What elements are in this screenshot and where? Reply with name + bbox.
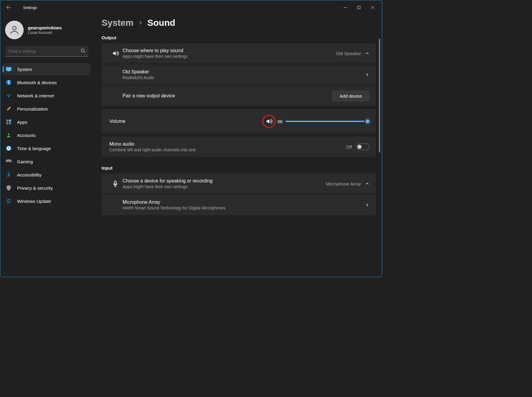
nav-apps[interactable]: Apps [3, 116, 91, 128]
clock-icon [6, 146, 12, 151]
output-choose-card[interactable]: Choose where to play sound Apps might ha… [102, 43, 376, 64]
svg-rect-11 [9, 120, 11, 122]
highlight-circle [262, 115, 276, 128]
chevron-right-icon [138, 21, 143, 25]
bluetooth-icon [6, 80, 12, 85]
card-title: Choose a device for speaking or recordin… [123, 178, 326, 184]
card-title: Pair a new output device [123, 93, 332, 99]
nav-label: Bluetooth & devices [17, 80, 57, 85]
nav-label: Privacy & security [17, 185, 53, 191]
svg-rect-13 [9, 122, 11, 124]
toggle-state: Off [346, 144, 352, 150]
section-input-label: Input [102, 165, 376, 170]
svg-point-17 [8, 172, 9, 173]
nav-time[interactable]: Time & language [3, 142, 91, 154]
close-button[interactable] [366, 3, 380, 12]
nav-accessibility[interactable]: Accessibility [3, 169, 91, 181]
mono-audio-toggle[interactable] [356, 144, 369, 150]
svg-rect-7 [6, 67, 11, 71]
profile-sub: Local Account [28, 30, 62, 35]
card-sub: Realtek(R) Audio [123, 75, 365, 80]
search-input[interactable] [5, 46, 88, 57]
back-button[interactable] [4, 3, 13, 12]
nav-label: Network & internet [17, 93, 54, 98]
profile-name: gearupwindows [28, 25, 62, 30]
card-title: Choose where to play sound [123, 48, 336, 53]
search-icon [81, 48, 85, 53]
system-icon [6, 67, 12, 71]
content-area: System Sound Output Choose where to play… [93, 15, 382, 277]
microphone-icon [108, 180, 123, 187]
nav-system[interactable]: System [3, 63, 91, 75]
chevron-up-icon [365, 182, 369, 186]
card-sub: Combine left and right audio channels in… [109, 147, 346, 152]
gaming-icon [6, 159, 12, 164]
card-sub: Apps might have their own settings [123, 184, 326, 189]
output-device-card[interactable]: Old Speaker Realtek(R) Audio [102, 64, 376, 85]
chevron-right-icon [365, 203, 369, 207]
sidebar: gearupwindows Local Account System Bluet… [0, 15, 93, 277]
nav-privacy[interactable]: Privacy & security [3, 182, 91, 194]
input-device-card[interactable]: Microphone Array Intel® Smart Sound Tech… [102, 195, 376, 215]
accessibility-icon [6, 172, 12, 177]
scrollbar[interactable] [379, 39, 380, 153]
card-title: Old Speaker [123, 69, 365, 75]
nav-label: Accounts [17, 133, 36, 138]
update-icon [6, 198, 12, 204]
svg-rect-18 [114, 181, 116, 184]
nav-personalization[interactable]: Personalization [3, 103, 91, 115]
breadcrumb: System Sound [102, 18, 376, 28]
nav-network[interactable]: Network & internet [3, 90, 91, 102]
wifi-icon [6, 93, 12, 98]
svg-rect-1 [358, 6, 360, 9]
nav-gaming[interactable]: Gaming [3, 156, 91, 167]
input-choose-card[interactable]: Choose a device for speaking or recordin… [102, 173, 376, 194]
titlebar: Settings [0, 0, 382, 15]
nav-label: Apps [17, 120, 27, 125]
maximize-button[interactable] [352, 3, 366, 12]
svg-rect-8 [7, 71, 10, 71]
nav-label: Time & language [17, 146, 51, 151]
nav-label: System [17, 67, 32, 72]
svg-line-6 [84, 52, 85, 53]
volume-label: Volume [109, 119, 125, 124]
nav-label: Accessibility [17, 172, 42, 177]
add-device-button[interactable]: Add device [332, 91, 369, 101]
breadcrumb-current: Sound [147, 18, 175, 28]
card-sub: Intel® Smart Sound Technology for Digita… [123, 206, 365, 210]
nav-accounts[interactable]: Accounts [3, 129, 91, 141]
svg-point-14 [8, 133, 10, 135]
apps-icon [6, 120, 12, 124]
card-sub: Apps might have their own settings [123, 54, 336, 59]
shield-icon [6, 185, 12, 191]
account-icon [6, 133, 12, 138]
nav-label: Windows Update [17, 199, 51, 204]
nav-bluetooth[interactable]: Bluetooth & devices [3, 76, 91, 88]
card-title: Microphone Array [123, 200, 365, 205]
app-title: Settings [23, 5, 37, 10]
window-controls [338, 3, 380, 12]
svg-point-4 [13, 26, 16, 30]
chevron-right-icon [365, 73, 369, 77]
input-selected-value: Microphone Array [326, 181, 361, 186]
chevron-up-icon [365, 51, 369, 55]
volume-card: Volume 98 [102, 109, 376, 134]
volume-slider[interactable] [285, 118, 369, 124]
brush-icon [6, 106, 12, 111]
nav-label: Gaming [17, 159, 33, 164]
profile-block[interactable]: gearupwindows Local Account [3, 18, 91, 45]
speaker-icon [108, 50, 123, 57]
section-output-label: Output [102, 35, 376, 40]
svg-rect-12 [6, 122, 8, 124]
volume-icon-button[interactable] [262, 115, 276, 128]
nav-update[interactable]: Windows Update [3, 195, 91, 207]
mono-audio-card: Mono audio Combine left and right audio … [102, 137, 376, 157]
pair-device-card: Pair a new output device Add device [102, 86, 376, 106]
breadcrumb-parent[interactable]: System [102, 18, 134, 28]
volume-value: 98 [277, 119, 282, 124]
minimize-button[interactable] [338, 3, 352, 12]
avatar [5, 21, 24, 39]
svg-point-5 [81, 49, 84, 52]
svg-rect-10 [6, 120, 8, 122]
output-selected-value: Old Speaker [336, 51, 361, 56]
